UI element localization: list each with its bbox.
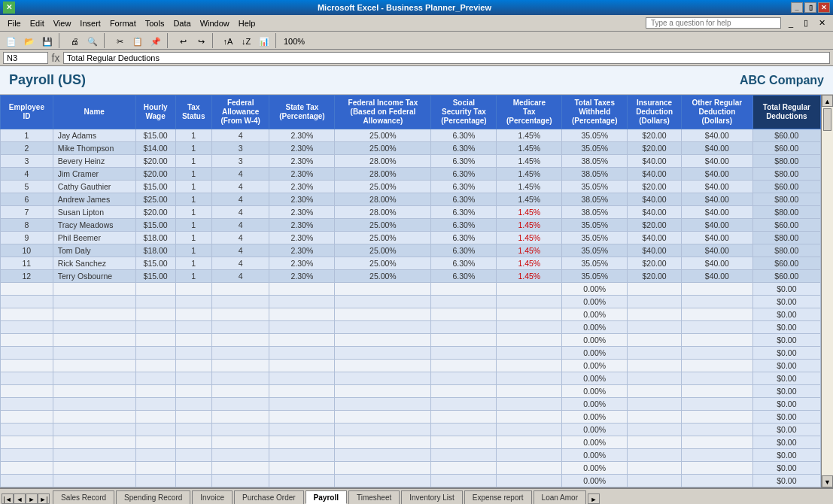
cell-fed-allow[interactable]: 4: [211, 129, 269, 142]
empty-cell[interactable]: [682, 462, 753, 475]
scroll-down-button[interactable]: ▼: [822, 475, 833, 487]
empty-cell[interactable]: [335, 321, 431, 334]
cell-insurance[interactable]: $20.00: [628, 257, 682, 270]
tab-inventory-list[interactable]: Inventory List: [401, 490, 462, 504]
cell-fed-allow[interactable]: 4: [211, 244, 269, 257]
cell-id[interactable]: 11: [1, 257, 53, 270]
empty-cell[interactable]: [431, 334, 497, 347]
empty-cell-ded[interactable]: $0.00: [752, 334, 820, 347]
empty-cell-tax[interactable]: 0.00%: [562, 449, 628, 462]
empty-cell[interactable]: [53, 436, 135, 449]
cell-other-ded[interactable]: $40.00: [682, 181, 753, 193]
empty-cell[interactable]: [431, 487, 497, 488]
empty-cell[interactable]: [211, 436, 269, 449]
empty-cell-ded[interactable]: $0.00: [752, 385, 820, 398]
cell-fed-allow[interactable]: 4: [211, 181, 269, 193]
tab-payroll[interactable]: Payroll: [306, 490, 347, 504]
cell-medicare[interactable]: 1.45%: [497, 193, 562, 206]
cell-soc-sec[interactable]: 6.30%: [431, 232, 497, 244]
save-button[interactable]: 💾: [39, 33, 56, 48]
empty-cell[interactable]: [628, 462, 682, 475]
empty-cell[interactable]: [269, 462, 335, 475]
empty-cell[interactable]: [53, 308, 135, 321]
cell-wage[interactable]: $18.00: [135, 244, 175, 257]
minimize-button[interactable]: _: [791, 2, 803, 13]
cell-total-tax[interactable]: 38.05%: [562, 193, 628, 206]
empty-cell[interactable]: [335, 283, 431, 296]
cell-fed-income[interactable]: 25.00%: [335, 257, 431, 270]
empty-cell-ded[interactable]: $0.00: [752, 398, 820, 411]
empty-cell[interactable]: [431, 347, 497, 360]
cell-fed-allow[interactable]: 4: [211, 168, 269, 181]
empty-cell[interactable]: [135, 449, 175, 462]
cell-state-tax[interactable]: 2.30%: [269, 142, 335, 155]
empty-cell[interactable]: [682, 385, 753, 398]
cell-state-tax[interactable]: 2.30%: [269, 219, 335, 232]
paste-button[interactable]: 📌: [147, 33, 164, 48]
empty-cell-ded[interactable]: $0.00: [752, 487, 820, 488]
empty-cell[interactable]: [135, 398, 175, 411]
cell-other-ded[interactable]: $40.00: [682, 206, 753, 219]
cell-total-ded[interactable]: $60.00: [752, 129, 820, 142]
empty-cell[interactable]: [628, 424, 682, 436]
empty-cell[interactable]: [269, 449, 335, 462]
scroll-thumb[interactable]: [823, 108, 831, 131]
empty-cell[interactable]: [175, 385, 211, 398]
empty-cell[interactable]: [269, 411, 335, 424]
empty-cell[interactable]: [53, 372, 135, 385]
menu-data[interactable]: Data: [169, 17, 195, 29]
empty-cell[interactable]: [53, 398, 135, 411]
empty-cell[interactable]: [175, 308, 211, 321]
empty-cell[interactable]: [497, 347, 562, 360]
empty-cell[interactable]: [175, 360, 211, 372]
cell-fed-income[interactable]: 25.00%: [335, 219, 431, 232]
cell-fed-income[interactable]: 28.00%: [335, 193, 431, 206]
empty-cell[interactable]: [335, 449, 431, 462]
cell-tax-status[interactable]: 1: [175, 232, 211, 244]
cell-insurance[interactable]: $40.00: [628, 232, 682, 244]
vertical-scrollbar[interactable]: ▲ ▼: [821, 95, 833, 487]
empty-cell[interactable]: [431, 372, 497, 385]
empty-cell-ded[interactable]: $0.00: [752, 449, 820, 462]
empty-cell[interactable]: [135, 296, 175, 308]
tab-timesheet[interactable]: Timesheet: [348, 490, 400, 504]
cell-tax-status[interactable]: 1: [175, 257, 211, 270]
cell-medicare[interactable]: 1.45%: [497, 244, 562, 257]
empty-cell[interactable]: [211, 296, 269, 308]
close-button[interactable]: ✕: [818, 2, 830, 13]
cell-soc-sec[interactable]: 6.30%: [431, 168, 497, 181]
cell-medicare[interactable]: 1.45%: [497, 257, 562, 270]
cell-id[interactable]: 5: [1, 181, 53, 193]
empty-cell[interactable]: [175, 487, 211, 488]
tab-last-button[interactable]: ►|: [38, 493, 50, 504]
cell-fed-income[interactable]: 25.00%: [335, 244, 431, 257]
empty-cell[interactable]: [135, 283, 175, 296]
empty-cell-tax[interactable]: 0.00%: [562, 321, 628, 334]
cell-fed-allow[interactable]: 4: [211, 206, 269, 219]
empty-cell[interactable]: [431, 296, 497, 308]
empty-cell[interactable]: [682, 475, 753, 487]
cell-total-tax[interactable]: 38.05%: [562, 155, 628, 168]
cell-medicare[interactable]: 1.45%: [497, 168, 562, 181]
cell-wage[interactable]: $20.00: [135, 206, 175, 219]
empty-cell[interactable]: [269, 296, 335, 308]
empty-cell[interactable]: [211, 487, 269, 488]
empty-cell[interactable]: [431, 283, 497, 296]
empty-cell[interactable]: [628, 360, 682, 372]
cell-other-ded[interactable]: $40.00: [682, 155, 753, 168]
empty-cell[interactable]: [211, 360, 269, 372]
cell-tax-status[interactable]: 1: [175, 168, 211, 181]
empty-cell[interactable]: [269, 475, 335, 487]
empty-cell[interactable]: [497, 436, 562, 449]
empty-cell[interactable]: [682, 398, 753, 411]
cell-other-ded[interactable]: $40.00: [682, 219, 753, 232]
empty-cell[interactable]: [175, 462, 211, 475]
empty-cell[interactable]: [53, 462, 135, 475]
cell-total-ded[interactable]: $60.00: [752, 219, 820, 232]
cell-name[interactable]: Phil Beemer: [53, 232, 135, 244]
empty-cell-tax[interactable]: 0.00%: [562, 308, 628, 321]
empty-cell[interactable]: [628, 321, 682, 334]
cell-fed-allow[interactable]: 3: [211, 155, 269, 168]
cell-state-tax[interactable]: 2.30%: [269, 270, 335, 283]
cell-state-tax[interactable]: 2.30%: [269, 232, 335, 244]
